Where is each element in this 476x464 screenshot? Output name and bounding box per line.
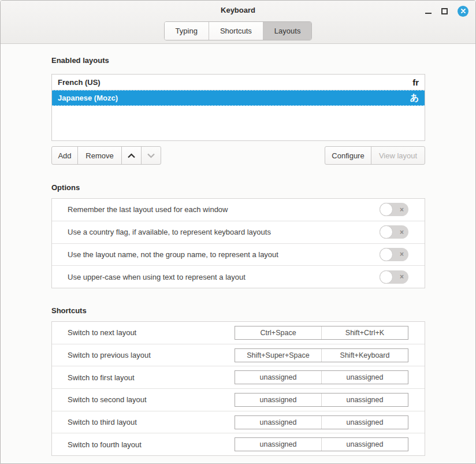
layout-name: French (US) bbox=[58, 78, 412, 87]
keybinding-group: unassigned unassigned bbox=[235, 370, 408, 384]
chevron-up-icon bbox=[127, 151, 136, 160]
add-layout-button[interactable]: Add bbox=[51, 146, 78, 165]
layout-indicator-icon: fr bbox=[412, 77, 419, 87]
shortcut-row-next-layout: Switch to next layout Ctrl+Space Shift+C… bbox=[52, 322, 425, 344]
toggle-knob bbox=[380, 270, 393, 284]
shortcut-label: Switch to third layout bbox=[68, 418, 235, 426]
option-row-upper-case: Use upper-case when using text to repres… bbox=[52, 265, 425, 288]
toggle-upper-case[interactable]: × bbox=[380, 270, 408, 284]
toggle-country-flag[interactable]: × bbox=[380, 225, 408, 239]
tab-layouts[interactable]: Layouts bbox=[263, 22, 312, 40]
layout-edit-buttons: Add Remove bbox=[51, 146, 161, 165]
option-row-country-flag: Use a country flag, if available, to rep… bbox=[52, 221, 425, 243]
layout-row-japanese[interactable]: Japanese (Mozc) あ bbox=[52, 90, 425, 106]
toggle-off-icon: × bbox=[400, 206, 404, 213]
option-label: Use a country flag, if available, to rep… bbox=[68, 228, 380, 236]
layout-action-buttons: Configure View layout bbox=[325, 146, 425, 165]
window-title: Keyboard bbox=[1, 6, 475, 14]
layout-row-french[interactable]: French (US) fr bbox=[52, 75, 425, 90]
toggle-layout-name[interactable]: × bbox=[380, 248, 408, 261]
keybinding-group: unassigned unassigned bbox=[235, 437, 408, 451]
layout-list: French (US) fr Japanese (Mozc) あ bbox=[51, 74, 425, 141]
keybinding-cell[interactable]: unassigned bbox=[321, 438, 408, 451]
keybinding-cell[interactable]: Shift+Ctrl+K bbox=[321, 326, 408, 339]
toggle-off-icon: × bbox=[400, 251, 404, 258]
toggle-knob bbox=[380, 248, 393, 261]
shortcut-row-second-layout: Switch to second layout unassigned unass… bbox=[52, 388, 425, 411]
shortcut-label: Switch to first layout bbox=[68, 373, 235, 382]
chevron-down-icon bbox=[147, 151, 155, 160]
close-icon[interactable] bbox=[458, 6, 468, 17]
move-up-button[interactable] bbox=[121, 146, 142, 165]
shortcut-row-previous-layout: Switch to previous layout Shift+Super+Sp… bbox=[52, 344, 425, 366]
keybinding-group: Shift+Super+Space Shift+Keyboard bbox=[235, 348, 408, 362]
option-label: Use upper-case when using text to repres… bbox=[68, 273, 380, 281]
window-controls bbox=[425, 1, 468, 21]
tab-typing[interactable]: Typing bbox=[165, 22, 209, 40]
tab-bar: Typing Shortcuts Layouts bbox=[1, 21, 475, 43]
shortcut-label: Switch to fourth layout bbox=[68, 440, 235, 449]
keybinding-cell[interactable]: unassigned bbox=[235, 438, 321, 451]
window-header: Keyboard Typing Shortcuts Layouts bbox=[1, 1, 475, 44]
keybinding-cell[interactable]: unassigned bbox=[321, 416, 408, 429]
enabled-layouts-heading: Enabled layouts bbox=[51, 56, 425, 65]
main-content: Enabled layouts French (US) fr Japanese … bbox=[1, 44, 475, 456]
options-heading: Options bbox=[51, 183, 425, 192]
keybinding-cell[interactable]: Shift+Keyboard bbox=[321, 349, 408, 362]
shortcut-row-fourth-layout: Switch to fourth layout unassigned unass… bbox=[52, 433, 425, 455]
layout-indicator-icon: あ bbox=[410, 92, 419, 103]
toggle-off-icon: × bbox=[400, 228, 404, 235]
tab-group: Typing Shortcuts Layouts bbox=[164, 21, 313, 40]
option-row-layout-name: Use the layout name, not the group name,… bbox=[52, 243, 425, 266]
shortcuts-panel: Switch to next layout Ctrl+Space Shift+C… bbox=[51, 321, 425, 456]
keybinding-cell[interactable]: Ctrl+Space bbox=[235, 326, 321, 339]
shortcut-label: Switch to second layout bbox=[68, 395, 235, 404]
keybinding-cell[interactable]: unassigned bbox=[321, 394, 408, 406]
keybinding-cell[interactable]: unassigned bbox=[321, 371, 408, 384]
keyboard-settings-window: Keyboard Typing Shortcuts Layouts Enable… bbox=[0, 0, 476, 464]
option-label: Use the layout name, not the group name,… bbox=[68, 250, 380, 259]
keybinding-cell[interactable]: unassigned bbox=[235, 416, 321, 429]
shortcut-row-third-layout: Switch to third layout unassigned unassi… bbox=[52, 411, 425, 433]
view-layout-button[interactable]: View layout bbox=[371, 146, 425, 165]
shortcut-label: Switch to next layout bbox=[68, 328, 235, 337]
keybinding-cell[interactable]: Shift+Super+Space bbox=[235, 349, 321, 362]
keybinding-group: unassigned unassigned bbox=[235, 415, 408, 429]
shortcuts-heading: Shortcuts bbox=[51, 306, 425, 315]
toggle-remember-last-layout[interactable]: × bbox=[380, 203, 408, 216]
toggle-knob bbox=[380, 225, 393, 239]
configure-button[interactable]: Configure bbox=[325, 146, 371, 165]
maximize-icon[interactable] bbox=[441, 8, 448, 14]
shortcut-row-first-layout: Switch to first layout unassigned unassi… bbox=[52, 366, 425, 388]
toggle-knob bbox=[380, 203, 393, 216]
remove-layout-button[interactable]: Remove bbox=[77, 146, 122, 165]
minimize-icon[interactable] bbox=[425, 1, 432, 21]
option-label: Remember the last layout used for each w… bbox=[68, 205, 380, 214]
titlebar[interactable]: Keyboard bbox=[1, 1, 475, 21]
keybinding-cell[interactable]: unassigned bbox=[235, 394, 321, 406]
option-row-remember-last-layout: Remember the last layout used for each w… bbox=[52, 199, 425, 221]
shortcut-label: Switch to previous layout bbox=[68, 351, 235, 359]
toggle-off-icon: × bbox=[400, 273, 404, 280]
layout-name: Japanese (Mozc) bbox=[58, 94, 410, 102]
keybinding-group: Ctrl+Space Shift+Ctrl+K bbox=[235, 326, 408, 340]
options-panel: Remember the last layout used for each w… bbox=[51, 198, 425, 288]
layout-toolbar: Add Remove Configure View layout bbox=[51, 146, 425, 165]
tab-shortcuts[interactable]: Shortcuts bbox=[209, 22, 263, 40]
keybinding-cell[interactable]: unassigned bbox=[235, 371, 321, 384]
move-down-button[interactable] bbox=[141, 146, 161, 165]
keybinding-group: unassigned unassigned bbox=[235, 393, 408, 407]
